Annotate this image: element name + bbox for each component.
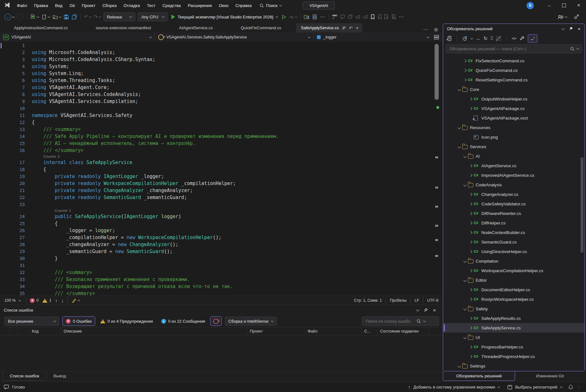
chevron-right-icon[interactable] [467,289,474,291]
menu-item-Правка[interactable]: Правка [31,0,52,11]
indentation-mode[interactable]: Пробелы [386,298,410,303]
chevron-down-icon[interactable] [462,184,468,186]
chevron-right-icon[interactable] [467,346,474,348]
chevron-right-icon[interactable] [467,98,474,100]
bell-icon[interactable] [569,385,573,390]
next-issue-button[interactable]: ↓ [59,298,66,303]
zoom-dropdown[interactable]: 100 % [0,296,24,305]
chevron-down-icon[interactable] [471,37,473,39]
tree-item-ProgressBarHelper.cs[interactable]: C#ProgressBarHelper.cs [443,342,584,352]
tree-item-RoslynWorkspaceHelper.cs[interactable]: C#RoslynWorkspaceHelper.cs [443,294,584,304]
tree-item-AI[interactable]: AI [443,151,584,161]
navigate-back-button[interactable]: ← [3,12,16,21]
tree-item-Settings[interactable]: Settings [443,361,584,369]
split-editor-button[interactable] [434,32,442,42]
chevron-right-icon[interactable] [467,317,474,320]
properties-wrench-icon[interactable] [520,36,525,41]
tree-item-SafeApplyService.cs[interactable]: C#SafeApplyService.cs [443,323,584,333]
maximize-button[interactable] [557,0,571,11]
panel-tab-Обозреватель решений[interactable]: Обозреватель решений [443,371,515,381]
close-tab-icon[interactable]: × [356,25,359,31]
editor-scrollbar[interactable] [433,42,440,296]
tree-item-Editor[interactable]: Editor [443,275,584,285]
menu-item-Средства[interactable]: Средства [159,0,185,11]
column-header-С...[interactable]: С... [362,327,378,335]
live-share-button[interactable] [556,12,568,21]
prev-bookmark-button[interactable] [376,12,383,21]
tree-item-ThreadedProgressHelper.cs[interactable]: C#ThreadedProgressHelper.cs [443,352,584,361]
search-menu[interactable]: Поиск [260,3,282,8]
tree-item-NodeContextBuilder.cs[interactable]: C#NodeContextBuilder.cs [443,228,584,237]
menu-item-Расширения[interactable]: Расширения [184,0,215,11]
chevron-right-icon[interactable] [462,79,468,81]
sync-selection-icon[interactable]: ↔ [476,36,480,41]
find-in-files-button[interactable] [303,12,311,21]
chevron-down-icon[interactable] [462,279,468,281]
preview-off-icon[interactable] [496,36,501,41]
menu-item-Git[interactable]: Git [66,0,78,11]
solution-scrollbar-thumb[interactable] [581,157,583,253]
tab-overflow[interactable]: ⋯ [422,27,430,32]
chevron-right-icon[interactable] [467,298,474,300]
scrollbar-thumb[interactable] [435,44,439,100]
pin-icon[interactable] [569,27,573,31]
chevron-down-icon[interactable] [462,260,468,262]
toggle-bookmark-button[interactable] [369,12,376,21]
scope-dropdown[interactable]: Все решение [4,317,59,326]
chevron-down-icon[interactable] [462,336,468,339]
cursor-position[interactable]: Стр: 1, Симв: 1 [350,298,386,303]
errors-filter-button[interactable]: ✕0 Ошибки [62,316,95,326]
menu-item-Справка[interactable]: Справка [232,0,255,11]
chevron-down-icon[interactable] [456,146,462,148]
configuration-dropdown[interactable]: Release [103,12,135,21]
menu-item-Тест[interactable]: Тест [143,0,159,11]
code-cleanup-button[interactable] [70,298,82,303]
chevron-down-icon[interactable] [456,127,462,129]
save-all-button[interactable] [70,12,79,21]
panel-position-icon[interactable] [562,26,565,30]
window-title[interactable]: VSAgentAI [303,2,335,10]
build-filter-dropdown[interactable]: Сборка и IntelliSense [225,317,277,326]
chevron-down-icon[interactable] [423,319,426,322]
chevron-down-icon[interactable] [462,308,468,310]
tree-item-ImprovedAIAgentService.cs[interactable]: C#ImprovedAIAgentService.cs [443,170,584,180]
tree-item-Compilation[interactable]: Compilation [443,256,584,266]
chevron-right-icon[interactable] [467,327,474,329]
menu-item-Проект[interactable]: Проект [78,0,99,11]
tree-item-Resources[interactable]: Resources [443,123,584,132]
undo-button[interactable]: ↶ [83,12,93,21]
tree-item-Icon.png[interactable]: Icon.png [443,132,584,142]
toolbar-overflow-2[interactable]: ⋯ [397,14,405,20]
tree-item-VSAgentAIPackage.cs[interactable]: C#VSAgentAIPackage.cs [443,104,584,113]
solution-search-input[interactable] [449,46,568,52]
open-file-button[interactable] [51,12,62,21]
type-dropdown[interactable]: VSAgentAI.Services.Safety.SafeApplyServi… [155,32,314,42]
toolbar-overflow[interactable]: ⋯ [318,14,327,20]
chevron-right-icon[interactable] [467,355,474,358]
line-ending[interactable]: LF [411,298,423,303]
menu-item-Файл[interactable]: Файл [13,0,31,11]
code-editor[interactable]: 12using Microsoft.CodeAnalysis;3using Mi… [0,42,442,296]
panel-position-icon[interactable] [416,308,420,311]
gear-icon[interactable] [434,27,438,32]
tree-item-OutputWindowHelper.cs[interactable]: C#OutputWindowHelper.cs [443,94,584,104]
column-header-Описание[interactable]: Описание [61,327,247,335]
panel-tab-Список ошибок[interactable]: Список ошибок [3,372,46,381]
tree-item-DocumentEditorHelper.cs[interactable]: C#DocumentEditorHelper.cs [443,285,584,294]
codelens-references[interactable]: Ссылок: 1 [0,208,442,213]
tree-item-DiffAwareRewriter.cs[interactable]: C#DiffAwareRewriter.cs [443,209,584,218]
column-header-Проект[interactable]: Проект [247,327,305,335]
tab-QuickFixCommand.cs[interactable]: QuickFixCommand.cs [227,23,295,32]
new-project-button[interactable] [29,12,40,21]
menu-item-Отладка[interactable]: Отладка [120,0,143,11]
feedback-button[interactable] [573,12,580,21]
codelens-references[interactable]: Ссылок: 3 [0,154,442,159]
chevron-right-icon[interactable] [467,193,474,196]
error-search-input[interactable] [365,319,414,324]
member-dropdown[interactable]: _logger [314,32,432,42]
column-header-Код[interactable]: Код [29,327,61,335]
chevron-down-icon[interactable] [456,88,462,91]
tree-item-CodeSafetyValidator.cs[interactable]: C#CodeSafetyValidator.cs [443,199,584,209]
column-header-Файл[interactable]: Файл [305,327,362,335]
menu-item-Окно[interactable]: Окно [215,0,232,11]
